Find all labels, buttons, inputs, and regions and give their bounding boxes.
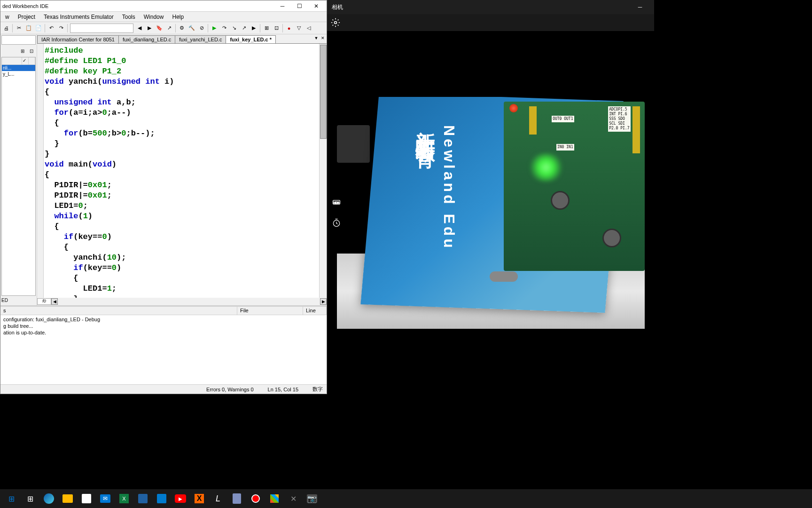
find-next-button[interactable]: ▶	[145, 24, 154, 33]
taskbar: ⊞ ⊞ ✉ X ▶ X L ✕ 📷	[0, 489, 812, 508]
menu-window[interactable]: Window	[140, 13, 168, 21]
function-indicator[interactable]: f0	[37, 298, 51, 305]
ide-title: ded Workbench IDE	[2, 3, 274, 9]
side-tool-1[interactable]: ⊞	[18, 47, 27, 55]
menu-view[interactable]: w	[1, 13, 13, 21]
app-notes-button[interactable]	[227, 489, 246, 508]
undo-button[interactable]: ↶	[47, 24, 56, 33]
output-messages[interactable]: configuration: fuxi_dianliang_LED - Debu…	[0, 315, 327, 384]
hscroll-left[interactable]: ◀	[51, 298, 58, 305]
output-line: ation is up-to-date.	[3, 329, 324, 336]
stop-build-button[interactable]: ⊘	[197, 24, 206, 33]
push-button	[551, 191, 570, 210]
tab-close[interactable]: ✕	[320, 35, 326, 41]
menu-project[interactable]: Project	[14, 13, 39, 21]
redo-button[interactable]: ↷	[56, 24, 66, 33]
output-col-line[interactable]: Line	[303, 307, 327, 315]
tool-a-button[interactable]: ⊞	[262, 24, 271, 33]
horizontal-scrollbar[interactable]: f0 ◀ ▶	[37, 298, 327, 305]
app-tool-button[interactable]: ✕	[284, 489, 303, 508]
output-line: configuration: fuxi_dianliang_LED - Debu…	[3, 316, 324, 323]
mail-button[interactable]: ✉	[96, 489, 115, 508]
menu-help[interactable]: Help	[168, 13, 187, 21]
store-button[interactable]	[77, 489, 96, 508]
tab-info-center[interactable]: IAR Information Center for 8051	[37, 35, 119, 43]
app-l-button[interactable]: L	[209, 489, 227, 508]
editor-gutter	[37, 44, 44, 298]
tab-key-led[interactable]: fuxi_key_LED.c *	[226, 35, 276, 43]
ide-titlebar[interactable]: ded Workbench IDE ─ ☐ ✕	[0, 0, 327, 12]
camera-minimize[interactable]: ─	[631, 0, 649, 14]
push-button-2	[602, 229, 621, 247]
status-mode: 数字	[312, 386, 323, 393]
mounting-slot	[490, 271, 518, 282]
config-combo[interactable]	[1, 35, 36, 45]
print-button[interactable]: 🖨	[1, 24, 11, 33]
file-tree[interactable]: ✓ nli... y_L...	[1, 57, 36, 296]
board-label-en: Newland Edu	[440, 125, 458, 251]
edge-button[interactable]	[39, 489, 58, 508]
nav-button[interactable]: ↗	[164, 24, 174, 33]
hscroll-right[interactable]: ▶	[320, 298, 327, 305]
camera-toolbar	[327, 14, 654, 31]
output-col-message[interactable]: s	[0, 307, 237, 315]
status-position: Ln 15, Col 15	[268, 387, 298, 392]
debug-button[interactable]: ▶	[210, 24, 219, 33]
settings-icon[interactable]	[331, 18, 340, 27]
camera-titlebar[interactable]: 相机 ─	[327, 0, 654, 14]
camera-preview: 新大陆教育 Newland Edu ADCOPI.5 INT PI.6 SSS …	[337, 97, 645, 329]
ide-window: ded Workbench IDE ─ ☐ ✕ w Project Texas …	[0, 0, 327, 394]
app-grid-button[interactable]	[265, 489, 284, 508]
workspace-footer: ED	[0, 297, 37, 305]
breakpoint-button[interactable]: ●	[284, 24, 294, 33]
excel-button[interactable]: X	[115, 489, 133, 508]
tree-col-check: ✓	[22, 57, 29, 64]
tree-item-selected[interactable]: nli...	[2, 65, 35, 71]
task-view-button[interactable]: ⊞	[21, 489, 39, 508]
code-content[interactable]: #include #define LED1 P1_0 #define key P…	[44, 44, 319, 298]
tab-yanchi[interactable]: fuxi_yanchi_LED.c	[175, 35, 226, 43]
menu-tools[interactable]: Tools	[118, 13, 139, 21]
output-col-file[interactable]: File	[237, 307, 303, 315]
menubar: w Project Texas Instruments Emulator Too…	[0, 12, 327, 22]
youtube-button[interactable]: ▶	[171, 489, 190, 508]
explorer-button[interactable]	[58, 489, 77, 508]
pin-header-right	[632, 106, 640, 153]
tool-b-button[interactable]: ⊡	[272, 24, 281, 33]
cut-button[interactable]: ✂	[14, 24, 23, 33]
start-button[interactable]: ⊞	[2, 489, 21, 508]
output-line: g build tree...	[3, 323, 324, 329]
compile-button[interactable]: ⚙	[177, 24, 187, 33]
tool-d-button[interactable]: ◁	[304, 24, 313, 33]
hscroll-track[interactable]	[64, 298, 313, 305]
workspace-panel: ⊞ ⊡ ✓ nli... y_L... ED	[0, 34, 37, 305]
toolbar: 🖨 ✂ 📋 📄 ↶ ↷ ◀ ▶ 🔖 ↗ ⚙ 🔨 ⊘ ▶ ↷ ↘ ↗ ▶ ⊞	[0, 22, 327, 34]
minimize-button[interactable]: ─	[274, 1, 291, 11]
tool-c-button[interactable]: ▽	[294, 24, 304, 33]
vscode-button[interactable]	[152, 489, 171, 508]
run-button[interactable]: ▶	[249, 24, 258, 33]
tab-dianliang[interactable]: fuxi_dianliang_LED.c	[118, 35, 175, 43]
bookmark-button[interactable]: 🔖	[155, 24, 164, 33]
tab-dropdown[interactable]: ▼	[313, 35, 319, 41]
step-into-button[interactable]: ↘	[229, 24, 239, 33]
step-over-button[interactable]: ↷	[219, 24, 229, 33]
build-button[interactable]: 🔨	[187, 24, 196, 33]
paste-button[interactable]: 📄	[34, 24, 43, 33]
camera-taskbar-button[interactable]: 📷	[303, 489, 321, 508]
copy-button[interactable]: 📋	[24, 24, 33, 33]
find-prev-button[interactable]: ◀	[135, 24, 144, 33]
menu-emulator[interactable]: Texas Instruments Emulator	[40, 13, 117, 21]
close-button[interactable]: ✕	[308, 1, 325, 11]
side-tool-2[interactable]: ⊡	[27, 47, 36, 55]
search-combo[interactable]	[70, 24, 133, 33]
tree-item[interactable]: y_L...	[2, 71, 35, 77]
maximize-button[interactable]: ☐	[291, 1, 308, 11]
code-editor[interactable]: #include #define LED1 P1_0 #define key P…	[37, 44, 327, 298]
recorder-button[interactable]	[246, 489, 265, 508]
vscroll-thumb[interactable]	[320, 45, 327, 139]
app-orange-button[interactable]: X	[190, 489, 209, 508]
vertical-scrollbar[interactable]	[319, 44, 327, 298]
step-out-button[interactable]: ↗	[239, 24, 249, 33]
photos-button[interactable]	[133, 489, 152, 508]
